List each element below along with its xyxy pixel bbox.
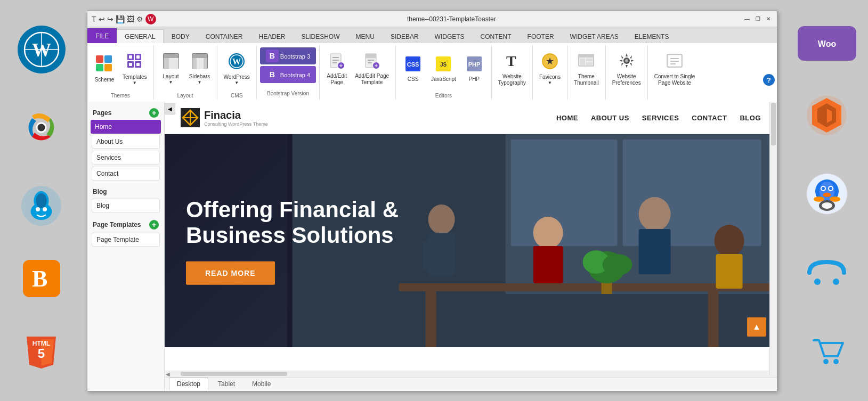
scroll-top-btn[interactable]: ▲ xyxy=(747,317,766,337)
add-edit-page-template-label: Add/Edit PageTemplate xyxy=(355,73,389,86)
ribbon-tabs: FILE GENERAL BODY CONTAINER HEADER SLIDE… xyxy=(87,27,777,43)
scheme-btn[interactable]: Scheme xyxy=(91,50,118,88)
ribbon-group-favicons: ★ Favicons ▼ fav xyxy=(533,45,567,100)
vertical-scrollbar[interactable] xyxy=(769,102,777,375)
tab-elements[interactable]: ELEMENTS xyxy=(627,29,677,43)
blogger-icon[interactable]: B xyxy=(23,260,60,297)
sidebar-item-blog[interactable]: Blog xyxy=(92,199,160,212)
nav-services[interactable]: SERVICES xyxy=(642,114,679,122)
sidebar-item-page-template[interactable]: Page Template xyxy=(92,233,160,247)
tab-desktop[interactable]: Desktop xyxy=(169,378,208,390)
blog-section-label: Blog xyxy=(93,188,107,195)
javascript-btn[interactable]: JS JavaScript xyxy=(428,50,459,88)
tab-widgets[interactable]: WIDGETS xyxy=(427,29,473,43)
close-btn[interactable]: ✕ xyxy=(764,15,773,23)
svg-rect-32 xyxy=(164,54,179,58)
svg-rect-90 xyxy=(444,241,455,270)
theme-thumbnail-label: ThemeThumbnail xyxy=(574,73,599,86)
svg-rect-72 xyxy=(668,55,681,66)
tab-header[interactable]: HEADER xyxy=(251,29,294,43)
puffin-icon[interactable] xyxy=(803,170,851,218)
svg-rect-20 xyxy=(104,55,112,63)
add-edit-page-template-btn[interactable]: + Add/Edit PageTemplate xyxy=(352,50,392,88)
nav-contact[interactable]: CONTACT xyxy=(692,114,727,122)
add-edit-page-template-icon: + xyxy=(364,53,379,72)
title-icon-img[interactable]: 🖼 xyxy=(127,15,134,23)
sidebars-label: Sidebars xyxy=(189,73,210,80)
opencart-icon[interactable] xyxy=(803,249,851,297)
theme-thumbnail-btn[interactable]: ThemeThumbnail xyxy=(571,50,602,88)
minimize-btn[interactable]: — xyxy=(743,15,751,23)
magento-icon[interactable] xyxy=(803,91,851,139)
logo-svg xyxy=(181,108,200,127)
preview-area: Finacia Consulting WordPress Theme HOME … xyxy=(165,102,777,391)
add-edit-page-btn[interactable]: + Add/EditPage xyxy=(323,50,351,88)
title-icon-gear[interactable]: ⚙ xyxy=(136,15,143,23)
help-button[interactable]: ? xyxy=(763,74,775,86)
tab-body[interactable]: BODY xyxy=(164,29,198,43)
joomla-icon[interactable] xyxy=(18,104,66,152)
javascript-label: JavaScript xyxy=(431,76,456,83)
svg-rect-21 xyxy=(96,64,103,71)
tab-mobile[interactable]: Mobile xyxy=(245,378,278,390)
horizontal-scrollbar[interactable]: ◀ xyxy=(165,371,777,377)
nav-home[interactable]: HOME xyxy=(556,114,578,122)
bottom-tabs: Desktop Tablet Mobile xyxy=(165,377,777,391)
ribbon-group-code: CSS CSS JS JavaScript xyxy=(396,45,492,100)
tab-footer[interactable]: FOOTER xyxy=(520,29,562,43)
wordpress-cms-btn[interactable]: W WordPress ▼ xyxy=(221,50,253,88)
sidebar-item-contact[interactable]: Contact xyxy=(92,167,160,181)
templates-arrow: ▼ xyxy=(133,80,137,85)
logo-text-container: Finacia Consulting WordPress Theme xyxy=(204,109,268,127)
main-window: T ↩ ↪ 💾 🖼 ⚙ W theme--00231-TemplateToast… xyxy=(87,11,777,391)
tab-general[interactable]: GENERAL xyxy=(117,29,163,43)
html5-icon[interactable]: 5 HTML xyxy=(18,328,66,375)
tab-container[interactable]: CONTAINER xyxy=(198,29,251,43)
title-icon-save[interactable]: 💾 xyxy=(116,15,125,23)
add-page-btn[interactable]: + xyxy=(149,108,159,118)
favicons-icon: ★ xyxy=(541,53,558,73)
website-typography-btn[interactable]: T WebsiteTypography xyxy=(495,50,529,88)
sidebar-collapse-btn[interactable]: ◀ xyxy=(165,103,175,114)
logo-name: Finacia xyxy=(204,109,268,121)
tab-widget-areas[interactable]: WIDGET AREAS xyxy=(562,29,627,43)
tab-slideshow[interactable]: SLIDESHOW xyxy=(294,29,348,43)
h-scroll-thumb[interactable] xyxy=(181,372,287,376)
v-scroll-thumb[interactable] xyxy=(771,103,776,145)
php-btn[interactable]: PHP PHP xyxy=(460,50,488,88)
bootstrap3-btn[interactable]: BBootstrap 3 xyxy=(260,47,316,64)
restore-btn[interactable]: ❐ xyxy=(753,15,762,23)
website-preferences-btn[interactable]: WebsitePreferences xyxy=(609,50,644,88)
wordpress-icon[interactable]: W xyxy=(18,26,66,73)
scroll-left-arrow[interactable]: ◀ xyxy=(166,371,170,377)
sidebar-item-about[interactable]: About Us xyxy=(92,135,160,149)
woocommerce-icon[interactable]: Woo xyxy=(798,26,856,61)
tab-content[interactable]: CONTENT xyxy=(473,29,520,43)
favicons-btn[interactable]: ★ Favicons ▼ xyxy=(536,50,564,88)
add-page-template-btn[interactable]: + xyxy=(149,220,159,230)
tab-sidebar[interactable]: SIDEBAR xyxy=(383,29,427,43)
title-icon-redo[interactable]: ↪ xyxy=(107,15,113,23)
add-edit-page-label: Add/EditPage xyxy=(327,73,347,86)
sidebar-item-services[interactable]: Services xyxy=(92,151,160,165)
tab-tablet[interactable]: Tablet xyxy=(210,378,242,390)
cart-icon[interactable] xyxy=(803,327,851,375)
nav-blog[interactable]: BLOG xyxy=(740,114,761,122)
sidebar-item-home[interactable]: Home xyxy=(91,120,161,134)
tab-menu[interactable]: MENU xyxy=(348,29,383,43)
sidebars-btn[interactable]: Sidebars ▼ xyxy=(186,50,214,88)
window-controls[interactable]: — ❐ ✕ xyxy=(743,15,773,23)
title-bar: T ↩ ↪ 💾 🖼 ⚙ W theme--00231-TemplateToast… xyxy=(87,11,777,27)
layout-btn[interactable]: Layout ▼ xyxy=(157,50,185,88)
bootstrap4-btn[interactable]: BBootstrap 4 xyxy=(260,66,316,83)
templates-btn[interactable]: Templates ▼ xyxy=(119,50,150,88)
convert-btn[interactable]: Convert to SinglePage Website xyxy=(651,50,699,88)
nav-about[interactable]: ABOUT US xyxy=(591,114,629,122)
title-icon-undo[interactable]: ↩ xyxy=(99,15,105,23)
ribbon-group-thumbnail: ThemeThumbnail thumb xyxy=(567,45,606,100)
hero-read-more-btn[interactable]: READ MORE xyxy=(186,261,275,284)
drupal-icon[interactable] xyxy=(18,182,66,230)
tab-file[interactable]: FILE xyxy=(87,28,117,43)
css-btn[interactable]: CSS CSS xyxy=(399,50,427,88)
ribbon-group-layout: Layout ▼ Sidebars ▼ xyxy=(154,45,217,100)
